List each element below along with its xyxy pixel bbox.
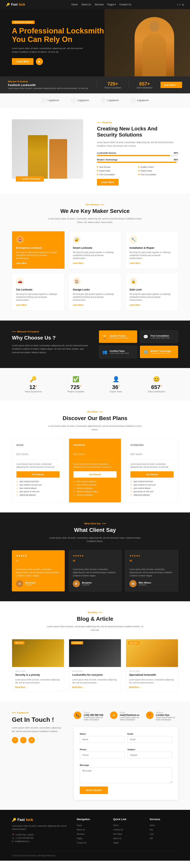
blog-read-1[interactable]: Read More → (15, 686, 61, 688)
nav-services[interactable]: Services (95, 3, 104, 6)
message-textarea[interactable] (80, 767, 172, 783)
phone-icon: 📞 (74, 712, 81, 719)
footer-service-404[interactable]: 404 (150, 837, 153, 839)
feature-6: Free Consultation (138, 174, 178, 176)
plan-standard-feature-2: quis nostrud aliqum (130, 487, 173, 489)
blog-post-1: Security Jan 12, 2024 Security is a prio… (12, 639, 64, 692)
testimonial-1-stars: ★★★★★ (16, 554, 61, 557)
author-avatar-1: A (16, 580, 23, 587)
play-button[interactable]: ▶ (36, 58, 43, 65)
plan-premium-feature-4: adipiscing aliquam (73, 494, 117, 496)
footer-quick-home[interactable]: Home (113, 824, 119, 827)
form-group-subject: Subject (127, 748, 172, 758)
services-header: Our Services We Are Key Maker Service Lo… (12, 204, 178, 224)
blog-grid: Security Jan 12, 2024 Security is a prio… (12, 639, 178, 692)
facebook-icon[interactable]: f (12, 737, 18, 743)
plan-standard-feature-4: adipiscing aliquam (130, 494, 173, 496)
nav-pages[interactable]: Pages ▾ (107, 3, 116, 6)
email-value: mail@fastlock.co (120, 714, 142, 716)
footer-nav-services[interactable]: Services (77, 833, 84, 835)
testimonial-2-author: B Benjamin Customer (73, 580, 117, 587)
footer-service-home[interactable]: Home (150, 824, 155, 827)
testimonial-3-text: Lorem ipsum dolor sit amet, consectetur … (129, 568, 174, 577)
blog-header: Our Blog Blog & Article Lorem ipsum dolo… (12, 611, 178, 632)
phone-sub: Lorem ipsum dolor sit amet consectetur (84, 716, 106, 721)
footer-quick-contact[interactable]: Contact Us (113, 829, 123, 831)
learn-more-button[interactable]: Learn More (12, 58, 33, 65)
service-learn-car[interactable]: Learn More (16, 304, 61, 306)
footer-service-key[interactable]: Key (150, 829, 153, 831)
service-learn-safe[interactable]: Learn More (129, 304, 174, 306)
footer-quick-pages[interactable]: Pages (113, 842, 119, 844)
why-card-team: 👥 Certified Team Lorem ipsum dolor amet (99, 346, 137, 358)
nav-home[interactable]: Home (71, 3, 78, 6)
footer-nav-contact[interactable]: Contact Us (77, 842, 87, 844)
subject-input[interactable] (127, 752, 172, 758)
about-image-column: ✓ Certified Technician (12, 119, 87, 179)
footer-bottom: © 2022 Fastlock Technician • All Rights … (12, 851, 178, 857)
plan-basic-btn[interactable]: Get Started (17, 471, 60, 477)
blog-read-2[interactable]: Read More → (72, 686, 118, 688)
service-desc-emergency: We bring the right people together to ch… (16, 251, 61, 260)
instagram-icon[interactable]: in (29, 737, 35, 743)
years-icon: 🔑 (25, 376, 42, 382)
hero-badge: Welcome To Fastlock (12, 21, 35, 24)
service-learn-emergency[interactable]: Learn More (16, 262, 61, 264)
email-input[interactable] (127, 736, 172, 743)
footer-nav-about[interactable]: About Us (77, 829, 85, 831)
facebook-nav-icon[interactable]: f (178, 3, 178, 6)
footer-nav-home[interactable]: Home (77, 824, 82, 827)
technology-icon: ⚙️ (143, 350, 148, 354)
blog-read-3[interactable]: Read More → (129, 686, 175, 688)
twitter-nav-icon[interactable]: t (180, 3, 181, 6)
contact-email-card: ✉ Email mail@fastlock.co Lorem ipsum dol… (110, 712, 142, 721)
footer-quick-plans[interactable]: Our Plans (113, 833, 122, 835)
plan-basic-features: quis nostrud exercitun quis nostrum et s… (17, 480, 60, 496)
nav-about[interactable]: About Us (81, 3, 91, 6)
plan-feature-3: quis ipsum et sed sunt (17, 491, 60, 493)
footer-services-list: Home Key Lock 404 (150, 824, 178, 840)
author-avatar-3: M (129, 580, 136, 587)
contact-form: Name Email Phone Subject (74, 727, 178, 800)
brand-logo[interactable]: 🔑 Fastlock (6, 3, 25, 6)
form-group-phone: Phone (80, 748, 125, 758)
twitter-icon[interactable]: t (20, 737, 27, 743)
footer-grid: 🔑 Fastlock Lorem ipsum dolor sit amet, c… (12, 818, 178, 845)
stat-projects-num: 725+ (103, 81, 123, 87)
team-icon: 👥 (102, 350, 107, 354)
form-group-email: Email (127, 733, 172, 743)
name-input[interactable] (80, 736, 125, 743)
service-learn-garage[interactable]: Learn More (73, 304, 117, 306)
stats-learn-more-button[interactable]: Learn More → (160, 82, 182, 88)
stat-satisfaction-num: 657+ (135, 81, 155, 87)
submit-button[interactable]: Send a Button (80, 786, 108, 794)
plan-standard-feature-1: quis nostrum et sunt com (130, 484, 173, 486)
footer-nav-pages[interactable]: Pages (77, 837, 82, 839)
nav-contact[interactable]: Contact Us (119, 3, 131, 6)
plans-badge: Our Plans (12, 410, 178, 413)
emergency-icon: 🚨 (16, 236, 24, 244)
footer-nav-list: Home About Us Services Pages Contact Us (77, 824, 105, 844)
footer-quick-about[interactable]: About Us (113, 837, 121, 839)
progress-locksmith: Locksmith Service 90% (97, 152, 178, 156)
footer-quick-list: Home Contact Us Our Plans About Us Pages (113, 824, 142, 844)
feature-4: Expert Clean (138, 170, 178, 172)
counter-clients-num: 657+ (148, 384, 165, 391)
plan-standard-btn[interactable]: Get Started (130, 471, 173, 477)
plan-premium-btn[interactable]: Get Started (73, 471, 117, 477)
testimonials-badge: What Client Say (12, 522, 178, 525)
service-learn-installation[interactable]: Learn More (129, 262, 174, 264)
hero-description: Lorem ipsum dolor sit amet, consectetuer… (12, 47, 83, 54)
about-learn-more-button[interactable]: Learn More (97, 179, 119, 186)
linkedin-nav-icon[interactable]: in (182, 3, 184, 6)
clients-icon: 😊 (148, 376, 165, 382)
email-icon: ✉ (110, 712, 118, 719)
phone-form-label: Phone (80, 748, 125, 751)
plan-premium-feature-0: Diam praesus aliquam (73, 480, 117, 483)
why-card-consultation: 💬 Free Consultation Lorem ipsum dolor am… (140, 331, 178, 343)
hero-title: A Professional Locksmith You Can Rely On (12, 27, 104, 44)
phone-input[interactable] (80, 752, 125, 758)
address-value: London Eye (156, 714, 178, 716)
service-learn-smart[interactable]: Learn More (73, 262, 117, 264)
footer-service-lock[interactable]: Lock (150, 833, 154, 835)
